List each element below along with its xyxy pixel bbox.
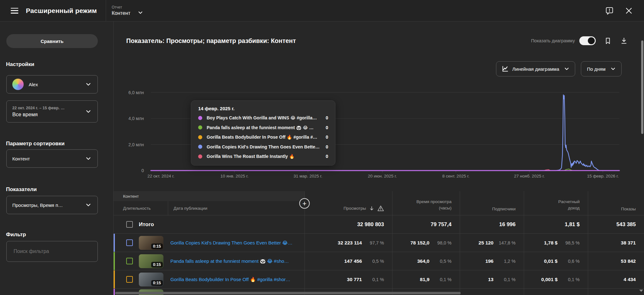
granularity-value: По дням xyxy=(587,66,606,72)
subscribers-column-header[interactable]: Подписчики xyxy=(460,191,524,215)
warning-icon[interactable] xyxy=(377,205,384,211)
revenue-column-header[interactable]: Расчетный доход xyxy=(524,191,588,215)
metrics-heading: Показатели xyxy=(6,186,37,193)
date-range-detail: 22 окт. 2024 г. – 15 февр. … xyxy=(12,106,65,110)
table-row: 0:15 Gorilla Copies Kid's Drawing Then G… xyxy=(114,234,644,252)
total-watch-time: 79 757,4 xyxy=(431,221,452,228)
impressions-column-header[interactable]: Показы xyxy=(588,191,644,215)
table-row: 0:15 Panda falls asleep at the funniest … xyxy=(114,252,644,270)
series-dot xyxy=(198,145,202,149)
revenue-value: 1,78 $ xyxy=(544,240,558,246)
chevron-down-icon xyxy=(85,81,92,88)
download-icon[interactable] xyxy=(620,37,628,45)
watch-time-value: 78 152,0 xyxy=(411,240,429,246)
series-dot xyxy=(198,154,202,159)
toggle-knob xyxy=(588,37,595,44)
page-title: Показатель: Просмотры; параметр разбивки… xyxy=(126,37,296,45)
impressions-header-label: Показы xyxy=(621,207,636,211)
x-axis-label: 31 мар. 2025 г. xyxy=(293,174,322,178)
row-checkbox[interactable] xyxy=(126,258,133,264)
bookmark-icon[interactable] xyxy=(604,37,612,45)
show-chart-toggle[interactable] xyxy=(579,36,596,45)
chevron-down-icon xyxy=(85,155,92,162)
views-pct: 97,7 % xyxy=(366,240,384,245)
compare-button[interactable]: Сравнить xyxy=(6,34,98,48)
video-thumbnail[interactable]: 0:15 xyxy=(139,236,163,250)
watch-time-header-line2: (часы) xyxy=(439,205,452,211)
tooltip-row: Boy Plays Catch With Gorilla and WINS 😂 … xyxy=(198,113,328,123)
show-chart-label: Показать диаграмму xyxy=(531,38,575,43)
y-axis-label: 4,0 млн xyxy=(119,116,144,121)
chart-type-select[interactable]: Линейная диаграмма xyxy=(496,61,575,76)
topbar-divider xyxy=(106,0,106,21)
tooltip-row: Gorilla Wins The Roast Battle Instantly … xyxy=(198,152,328,161)
impressions-value: 53 842 xyxy=(621,258,636,264)
report-selector[interactable]: Отчет Контент xyxy=(112,5,144,16)
video-title-link[interactable]: Panda falls asleep at the funniest momen… xyxy=(170,258,289,264)
content-tab[interactable]: Контент xyxy=(114,191,304,201)
tooltip-series-value: 0 xyxy=(326,125,328,130)
metrics-select[interactable]: Просмотры, Время п… xyxy=(6,196,98,214)
filter-search-input[interactable] xyxy=(7,241,97,262)
series-color-bar xyxy=(114,252,115,270)
sort-select[interactable]: Контент xyxy=(6,149,98,168)
subscribers-value: 196 xyxy=(485,258,493,264)
scroll-down-arrow-icon[interactable] xyxy=(639,290,643,292)
menu-icon[interactable] xyxy=(11,8,18,14)
feedback-icon[interactable] xyxy=(605,6,614,15)
metrics-value: Просмотры, Время п… xyxy=(12,202,63,208)
watch-time-header-line1: Время просмотра xyxy=(417,199,452,205)
views-column-header[interactable]: Просмотры xyxy=(304,191,392,215)
granularity-select[interactable]: По дням xyxy=(581,61,622,76)
duration-column-header[interactable]: Длительность xyxy=(114,201,168,215)
chart-controls: Линейная диаграмма По дням xyxy=(496,61,622,76)
duration-badge: 0:15 xyxy=(151,244,163,249)
vertical-scrollbar-thumb[interactable] xyxy=(641,40,643,134)
revenue-header-line2: доход xyxy=(568,205,580,211)
series-dot xyxy=(198,125,202,129)
chart-type-value: Линейная диаграмма xyxy=(512,66,559,72)
subscribers-pct: 1,2 % xyxy=(497,259,516,264)
chevron-down-icon xyxy=(137,9,144,16)
revenue-header-line1: Расчетный xyxy=(558,199,580,205)
watch-time-column-header[interactable]: Время просмотра (часы) xyxy=(392,191,460,215)
x-axis-label: 8 сент. 2025 г. xyxy=(442,174,470,178)
chevron-down-icon xyxy=(85,108,92,115)
close-icon[interactable] xyxy=(624,6,633,15)
views-pct: 0,5 % xyxy=(366,259,384,264)
sort-descending-icon[interactable] xyxy=(369,206,375,211)
series-color-bar xyxy=(114,270,115,288)
video-title-link[interactable]: Gorilla Copies Kid's Drawing Then Goes E… xyxy=(170,240,293,246)
chevron-down-icon xyxy=(564,66,570,72)
row-checkbox[interactable] xyxy=(126,239,133,246)
table-header: Контент Длительность Дата публикации Про… xyxy=(114,191,644,215)
sort-heading: Параметр сортировки xyxy=(6,141,65,147)
subscribers-header-label: Подписчики xyxy=(492,207,516,211)
subscribers-pct: 0,1 % xyxy=(497,277,516,282)
x-axis-label: 10 янв. 2025 г. xyxy=(220,174,248,178)
y-axis-label: 2,0 млн xyxy=(119,142,144,147)
content-column-header: Контент Длительность Дата публикации xyxy=(114,191,304,215)
tooltip-row: Panda falls asleep at the funniest momen… xyxy=(198,123,328,133)
tooltip-series-value: 0 xyxy=(326,115,328,120)
tooltip-series-label: Gorilla Beats Bodybuilder In Pose Off 🔥 … xyxy=(207,135,322,140)
channel-name: Alex xyxy=(29,82,38,87)
horizontal-scrollbar-thumb[interactable] xyxy=(115,292,461,294)
add-column-icon[interactable]: + xyxy=(299,198,310,209)
subscribers-value: 13 xyxy=(488,277,493,282)
video-thumbnail[interactable]: 0:15 xyxy=(139,254,163,268)
publish-date-column-header[interactable]: Дата публикации xyxy=(168,206,207,211)
select-all-checkbox[interactable] xyxy=(126,221,133,228)
table-total-row: Итого 32 980 803 79 757,4 16 996 1,81 $ … xyxy=(114,215,644,234)
channel-avatar xyxy=(12,79,24,90)
video-title-link[interactable]: Gorilla Beats Bodybuilder In Pose Off 🔥 … xyxy=(170,277,290,282)
row-checkbox[interactable] xyxy=(126,276,133,283)
date-range-select[interactable]: 22 окт. 2024 г. – 15 февр. … Все время xyxy=(6,100,98,123)
duration-badge: 0:15 xyxy=(151,280,163,286)
chevron-down-icon xyxy=(610,66,616,72)
x-axis-label: 20 июн. 2025 г. xyxy=(368,174,397,178)
tooltip-series-label: Gorilla Copies Kid's Drawing Then Goes E… xyxy=(207,144,322,149)
video-thumbnail[interactable]: 0:15 xyxy=(139,273,163,286)
chart-tooltip: 14 февр. 2025 г. Boy Plays Catch With Go… xyxy=(191,100,335,166)
channel-select[interactable]: Alex xyxy=(6,75,98,93)
